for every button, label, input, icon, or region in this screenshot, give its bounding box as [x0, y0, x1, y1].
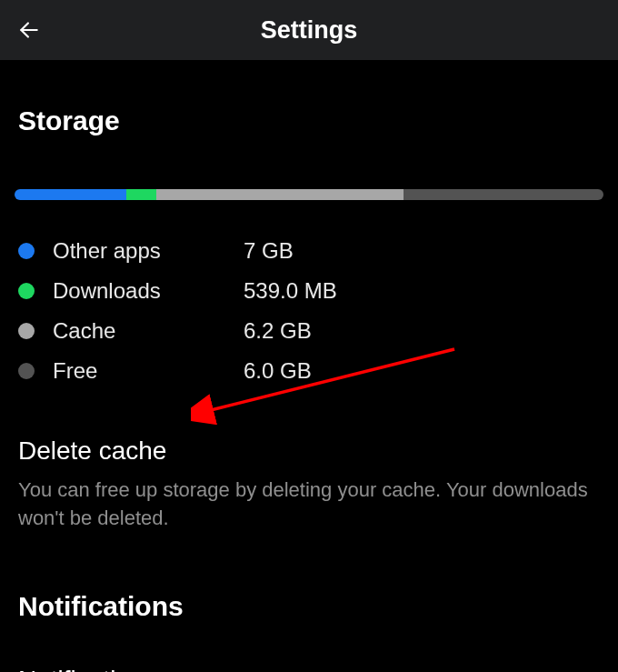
notifications-item[interactable]: Notifications Choose which notifications… [18, 666, 600, 672]
storage-bar-segment-free [404, 189, 603, 200]
storage-bar-segment-downloads [126, 189, 155, 200]
delete-cache-title: Delete cache [18, 436, 600, 466]
arrow-left-icon [17, 18, 41, 42]
storage-bar [15, 189, 603, 200]
legend-row: Other apps7 GB [18, 231, 600, 271]
legend-dot-icon [18, 363, 35, 379]
storage-legend: Other apps7 GBDownloads539.0 MBCache6.2 … [18, 231, 600, 391]
storage-bar-segment-cache [156, 189, 404, 200]
page-title: Settings [0, 16, 618, 45]
legend-row: Downloads539.0 MB [18, 271, 600, 311]
app-header: Settings [0, 0, 618, 60]
legend-label: Other apps [53, 238, 244, 264]
legend-value: 6.2 GB [244, 318, 312, 344]
legend-dot-icon [18, 323, 35, 339]
legend-value: 539.0 MB [244, 278, 337, 304]
notifications-item-title: Notifications [18, 666, 600, 672]
back-button[interactable] [16, 17, 42, 43]
legend-value: 6.0 GB [244, 358, 312, 384]
content: Storage Other apps7 GBDownloads539.0 MBC… [0, 105, 618, 672]
delete-cache-item[interactable]: Delete cache You can free up storage by … [18, 436, 600, 533]
legend-value: 7 GB [244, 238, 294, 264]
storage-bar-segment-other_apps [15, 189, 126, 200]
legend-dot-icon [18, 243, 35, 259]
legend-row: Cache6.2 GB [18, 311, 600, 351]
legend-label: Cache [53, 318, 244, 344]
storage-section-title: Storage [18, 105, 600, 136]
delete-cache-description: You can free up storage by deleting your… [18, 476, 600, 533]
notifications-section-title: Notifications [18, 591, 600, 622]
legend-row: Free6.0 GB [18, 351, 600, 391]
legend-dot-icon [18, 283, 35, 299]
legend-label: Downloads [53, 278, 244, 304]
legend-label: Free [53, 358, 244, 384]
